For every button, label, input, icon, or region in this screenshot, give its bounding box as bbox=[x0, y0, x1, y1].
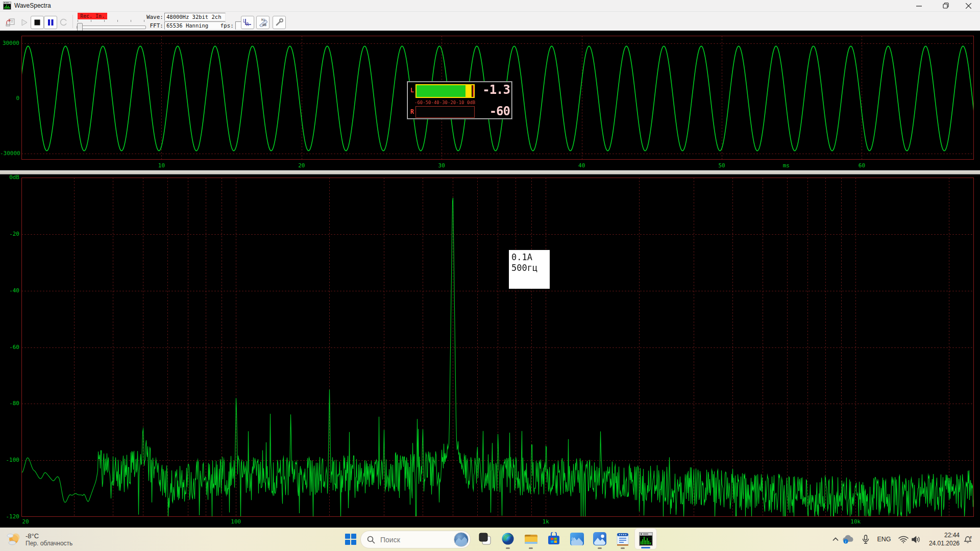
lr-display-button[interactable]: R L bbox=[241, 16, 254, 29]
axis-tick-label: 20 bbox=[298, 162, 305, 169]
weather-temp: -8°C bbox=[26, 532, 72, 540]
tray-clock[interactable]: 22:44 24.01.2026 bbox=[925, 531, 960, 547]
tray-language-indicator[interactable]: ENG bbox=[874, 528, 894, 551]
play-button[interactable] bbox=[18, 16, 31, 29]
volume-slider[interactable] bbox=[77, 26, 146, 29]
rec-in-badge: Rec. In. bbox=[78, 13, 107, 19]
open-button[interactable] bbox=[4, 16, 17, 29]
fft-settings-box: 65536 Hanning bbox=[164, 21, 226, 30]
tray-date: 24.01.2026 bbox=[925, 539, 960, 547]
svg-text:dB: dB bbox=[262, 23, 266, 27]
axis-tick-label: -100 bbox=[0, 457, 19, 463]
meter-left-label: L bbox=[410, 87, 414, 94]
window-title: WaveSpectra bbox=[14, 2, 51, 9]
taskbar-icon-microsoft-store[interactable] bbox=[543, 528, 565, 549]
restore-button[interactable] bbox=[934, 0, 957, 11]
axis-tick-label: 100 bbox=[231, 518, 241, 525]
taskbar-icon-edge[interactable] bbox=[497, 528, 519, 549]
axis-tick-label: 0dB bbox=[0, 174, 19, 181]
tray-microphone-icon[interactable] bbox=[860, 528, 872, 551]
weather-widget[interactable]: -8°C Пер. облачность bbox=[5, 530, 72, 549]
active-window-indicator bbox=[641, 547, 650, 548]
fft-label: FFT: bbox=[138, 22, 163, 29]
note-line-2: 500гц bbox=[511, 263, 547, 273]
svg-text:Hz: Hz bbox=[261, 18, 265, 22]
windows-logo-icon bbox=[345, 534, 356, 545]
pause-button[interactable] bbox=[44, 16, 57, 29]
wave-format-box: 48000Hz 32bit 2ch bbox=[164, 13, 226, 21]
meter-left-value: -1.3 bbox=[476, 83, 510, 97]
minimize-button[interactable] bbox=[908, 0, 930, 11]
tray-speaker-icon[interactable] bbox=[910, 528, 923, 551]
taskbar-icon-task-view[interactable] bbox=[474, 528, 496, 549]
axis-tick-label: -120 bbox=[0, 513, 19, 520]
screen: WaveSpectra bbox=[0, 0, 980, 551]
start-button[interactable] bbox=[341, 530, 360, 549]
volume-slider-ticks bbox=[78, 20, 145, 22]
taskbar-icon-file-explorer[interactable] bbox=[520, 528, 542, 549]
taskbar-icon-picture[interactable] bbox=[566, 528, 588, 549]
tray-chevron-up-icon[interactable] bbox=[829, 528, 842, 551]
search-icon bbox=[367, 536, 375, 544]
spectrum-trace-canvas bbox=[21, 178, 974, 517]
tray-bell-dnd-icon[interactable]: z bbox=[962, 528, 975, 551]
weather-condition: Пер. облачность bbox=[26, 540, 72, 547]
waveform-panel: L -60-50-40-30-20-10 0dB R -1.3 -60 3000… bbox=[0, 31, 980, 170]
axis-tick-label: 20 bbox=[22, 518, 29, 525]
note-overlay[interactable]: 0.1A 500гц bbox=[509, 250, 550, 289]
axis-tick-label: 0 bbox=[0, 95, 19, 102]
taskbar: -8°C Пер. облачность bbox=[0, 528, 980, 551]
stop-button[interactable] bbox=[31, 16, 44, 29]
meter-right-value: -60 bbox=[476, 104, 510, 118]
spectrum-panel: 0.1A 500гц 0dB-20-40-60-80-100-120201001… bbox=[0, 174, 980, 527]
toolbar: Rec. In. Wave: 48000Hz 32bit 2ch FFT: 65… bbox=[0, 12, 980, 31]
axis-tick-label: 40 bbox=[578, 162, 585, 169]
weather-moon-clouds-icon bbox=[5, 531, 21, 547]
fps-label: fps: bbox=[219, 22, 234, 29]
panel-splitter[interactable] bbox=[0, 170, 980, 174]
axis-tick-label: -40 bbox=[0, 287, 19, 294]
svg-text:i: i bbox=[845, 539, 846, 544]
running-indicator bbox=[598, 547, 602, 549]
axis-tick-label: -20 bbox=[0, 231, 19, 237]
running-indicator bbox=[529, 547, 533, 549]
meter-scale: -60-50-40-30-20-10 0dB bbox=[414, 100, 477, 105]
level-meter-overlay[interactable]: L -60-50-40-30-20-10 0dB R -1.3 -60 bbox=[407, 82, 512, 119]
settings-wrench-button[interactable] bbox=[273, 16, 286, 29]
axis-tick-label: 60 bbox=[859, 162, 865, 169]
wavespectra-window-icon bbox=[3, 2, 11, 10]
taskbar-icon-photos[interactable] bbox=[589, 528, 611, 549]
meter-right-label: R bbox=[410, 108, 414, 115]
taskbar-icon-wavespectra[interactable] bbox=[634, 528, 657, 549]
note-line-1: 0.1A bbox=[511, 252, 547, 263]
meter-right-bar bbox=[415, 106, 475, 118]
axis-tick-label: 1k bbox=[543, 518, 549, 525]
axis-tick-label: 30000 bbox=[0, 40, 19, 46]
running-indicator bbox=[506, 547, 510, 549]
svg-text:L: L bbox=[243, 19, 246, 23]
svg-text:z: z bbox=[970, 535, 972, 539]
axis-tick-label: 50 bbox=[718, 162, 725, 169]
axis-tick-label: 30 bbox=[438, 162, 445, 169]
tray-time: 22:44 bbox=[925, 531, 960, 539]
hz-db-scale-button[interactable]: Hz dB bbox=[256, 16, 270, 29]
close-button[interactable] bbox=[957, 0, 980, 11]
axis-tick-label: 10k bbox=[850, 518, 861, 525]
meter-left-bar bbox=[415, 84, 475, 98]
axis-tick-label: 10 bbox=[158, 162, 165, 169]
running-indicator bbox=[621, 547, 625, 549]
search-box[interactable] bbox=[360, 531, 471, 548]
search-highlight-thumbnail[interactable] bbox=[454, 532, 469, 547]
titlebar: WaveSpectra bbox=[0, 0, 980, 12]
search-input[interactable] bbox=[379, 535, 448, 544]
loop-button[interactable] bbox=[57, 16, 70, 29]
wave-label: Wave: bbox=[138, 14, 163, 20]
tray-onedrive-cloud-icon[interactable]: i bbox=[841, 528, 855, 551]
axis-tick-label: ms bbox=[783, 162, 790, 169]
tray-wifi-icon[interactable] bbox=[896, 528, 911, 551]
axis-tick-label: -80 bbox=[0, 400, 19, 407]
axis-tick-label: -30000 bbox=[0, 150, 19, 157]
taskbar-icon-notepad[interactable] bbox=[611, 528, 634, 549]
axis-tick-label: -60 bbox=[0, 344, 19, 350]
svg-text:R: R bbox=[247, 22, 249, 27]
